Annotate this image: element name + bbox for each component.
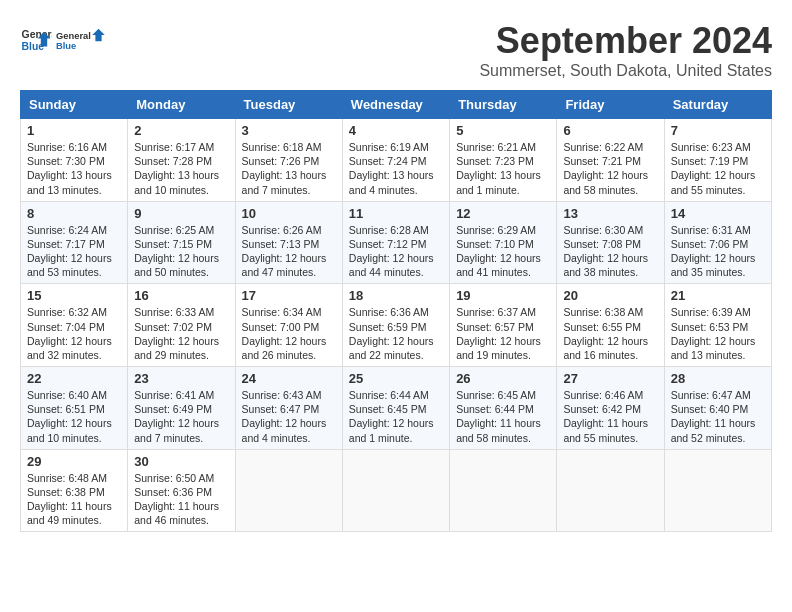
cell-text: Sunrise: 6:38 AM Sunset: 6:55 PM Dayligh… (563, 305, 657, 362)
day-number: 1 (27, 123, 121, 138)
cell-text: Sunrise: 6:18 AM Sunset: 7:26 PM Dayligh… (242, 140, 336, 197)
day-number: 24 (242, 371, 336, 386)
day-number: 2 (134, 123, 228, 138)
day-number: 4 (349, 123, 443, 138)
title-area: September 2024 Summerset, South Dakota, … (479, 20, 772, 80)
calendar-cell (450, 449, 557, 532)
cell-text: Sunrise: 6:23 AM Sunset: 7:19 PM Dayligh… (671, 140, 765, 197)
cell-text: Sunrise: 6:33 AM Sunset: 7:02 PM Dayligh… (134, 305, 228, 362)
cell-text: Sunrise: 6:43 AM Sunset: 6:47 PM Dayligh… (242, 388, 336, 445)
cell-text: Sunrise: 6:22 AM Sunset: 7:21 PM Dayligh… (563, 140, 657, 197)
cell-text: Sunrise: 6:24 AM Sunset: 7:17 PM Dayligh… (27, 223, 121, 280)
day-number: 14 (671, 206, 765, 221)
day-number: 3 (242, 123, 336, 138)
day-number: 20 (563, 288, 657, 303)
cell-text: Sunrise: 6:25 AM Sunset: 7:15 PM Dayligh… (134, 223, 228, 280)
day-number: 11 (349, 206, 443, 221)
svg-marker-5 (92, 29, 105, 42)
calendar-cell (557, 449, 664, 532)
day-number: 27 (563, 371, 657, 386)
cell-text: Sunrise: 6:39 AM Sunset: 6:53 PM Dayligh… (671, 305, 765, 362)
cell-text: Sunrise: 6:48 AM Sunset: 6:38 PM Dayligh… (27, 471, 121, 528)
month-title: September 2024 (479, 20, 772, 62)
calendar-cell: 17Sunrise: 6:34 AM Sunset: 7:00 PM Dayli… (235, 284, 342, 367)
header-sunday: Sunday (21, 91, 128, 119)
svg-text:General: General (56, 31, 91, 41)
header-tuesday: Tuesday (235, 91, 342, 119)
logo: General Blue General Blue (20, 20, 106, 60)
header-saturday: Saturday (664, 91, 771, 119)
cell-text: Sunrise: 6:21 AM Sunset: 7:23 PM Dayligh… (456, 140, 550, 197)
calendar-cell: 16Sunrise: 6:33 AM Sunset: 7:02 PM Dayli… (128, 284, 235, 367)
cell-text: Sunrise: 6:28 AM Sunset: 7:12 PM Dayligh… (349, 223, 443, 280)
calendar-cell: 23Sunrise: 6:41 AM Sunset: 6:49 PM Dayli… (128, 367, 235, 450)
cell-text: Sunrise: 6:17 AM Sunset: 7:28 PM Dayligh… (134, 140, 228, 197)
calendar-cell: 2Sunrise: 6:17 AM Sunset: 7:28 PM Daylig… (128, 119, 235, 202)
cell-text: Sunrise: 6:30 AM Sunset: 7:08 PM Dayligh… (563, 223, 657, 280)
day-number: 28 (671, 371, 765, 386)
day-number: 25 (349, 371, 443, 386)
cell-text: Sunrise: 6:36 AM Sunset: 6:59 PM Dayligh… (349, 305, 443, 362)
week-row-5: 29Sunrise: 6:48 AM Sunset: 6:38 PM Dayli… (21, 449, 772, 532)
calendar-table: SundayMondayTuesdayWednesdayThursdayFrid… (20, 90, 772, 532)
day-number: 29 (27, 454, 121, 469)
day-number: 7 (671, 123, 765, 138)
calendar-cell: 9Sunrise: 6:25 AM Sunset: 7:15 PM Daylig… (128, 201, 235, 284)
calendar-cell: 25Sunrise: 6:44 AM Sunset: 6:45 PM Dayli… (342, 367, 449, 450)
cell-text: Sunrise: 6:40 AM Sunset: 6:51 PM Dayligh… (27, 388, 121, 445)
calendar-cell: 14Sunrise: 6:31 AM Sunset: 7:06 PM Dayli… (664, 201, 771, 284)
day-number: 26 (456, 371, 550, 386)
day-number: 30 (134, 454, 228, 469)
day-number: 12 (456, 206, 550, 221)
calendar-cell: 20Sunrise: 6:38 AM Sunset: 6:55 PM Dayli… (557, 284, 664, 367)
cell-text: Sunrise: 6:31 AM Sunset: 7:06 PM Dayligh… (671, 223, 765, 280)
cell-text: Sunrise: 6:34 AM Sunset: 7:00 PM Dayligh… (242, 305, 336, 362)
header-wednesday: Wednesday (342, 91, 449, 119)
calendar-cell: 12Sunrise: 6:29 AM Sunset: 7:10 PM Dayli… (450, 201, 557, 284)
calendar-cell (235, 449, 342, 532)
day-number: 10 (242, 206, 336, 221)
header-thursday: Thursday (450, 91, 557, 119)
day-number: 5 (456, 123, 550, 138)
calendar-cell: 22Sunrise: 6:40 AM Sunset: 6:51 PM Dayli… (21, 367, 128, 450)
logo-icon: General Blue (20, 24, 52, 56)
day-number: 19 (456, 288, 550, 303)
cell-text: Sunrise: 6:19 AM Sunset: 7:24 PM Dayligh… (349, 140, 443, 197)
calendar-cell (664, 449, 771, 532)
calendar-cell: 24Sunrise: 6:43 AM Sunset: 6:47 PM Dayli… (235, 367, 342, 450)
day-number: 8 (27, 206, 121, 221)
day-number: 15 (27, 288, 121, 303)
day-number: 13 (563, 206, 657, 221)
calendar-cell (342, 449, 449, 532)
calendar-cell: 8Sunrise: 6:24 AM Sunset: 7:17 PM Daylig… (21, 201, 128, 284)
week-row-2: 8Sunrise: 6:24 AM Sunset: 7:17 PM Daylig… (21, 201, 772, 284)
day-number: 9 (134, 206, 228, 221)
svg-text:Blue: Blue (56, 41, 76, 51)
calendar-cell: 3Sunrise: 6:18 AM Sunset: 7:26 PM Daylig… (235, 119, 342, 202)
location-subtitle: Summerset, South Dakota, United States (479, 62, 772, 80)
page-header: General Blue General Blue September 2024… (20, 20, 772, 80)
calendar-cell: 21Sunrise: 6:39 AM Sunset: 6:53 PM Dayli… (664, 284, 771, 367)
logo-svg: General Blue (56, 20, 106, 60)
header-row: SundayMondayTuesdayWednesdayThursdayFrid… (21, 91, 772, 119)
calendar-cell: 5Sunrise: 6:21 AM Sunset: 7:23 PM Daylig… (450, 119, 557, 202)
calendar-cell: 18Sunrise: 6:36 AM Sunset: 6:59 PM Dayli… (342, 284, 449, 367)
calendar-cell: 7Sunrise: 6:23 AM Sunset: 7:19 PM Daylig… (664, 119, 771, 202)
cell-text: Sunrise: 6:41 AM Sunset: 6:49 PM Dayligh… (134, 388, 228, 445)
calendar-cell: 4Sunrise: 6:19 AM Sunset: 7:24 PM Daylig… (342, 119, 449, 202)
day-number: 23 (134, 371, 228, 386)
calendar-cell: 6Sunrise: 6:22 AM Sunset: 7:21 PM Daylig… (557, 119, 664, 202)
cell-text: Sunrise: 6:47 AM Sunset: 6:40 PM Dayligh… (671, 388, 765, 445)
cell-text: Sunrise: 6:45 AM Sunset: 6:44 PM Dayligh… (456, 388, 550, 445)
day-number: 21 (671, 288, 765, 303)
cell-text: Sunrise: 6:29 AM Sunset: 7:10 PM Dayligh… (456, 223, 550, 280)
calendar-cell: 30Sunrise: 6:50 AM Sunset: 6:36 PM Dayli… (128, 449, 235, 532)
calendar-cell: 26Sunrise: 6:45 AM Sunset: 6:44 PM Dayli… (450, 367, 557, 450)
day-number: 6 (563, 123, 657, 138)
week-row-4: 22Sunrise: 6:40 AM Sunset: 6:51 PM Dayli… (21, 367, 772, 450)
calendar-cell: 27Sunrise: 6:46 AM Sunset: 6:42 PM Dayli… (557, 367, 664, 450)
day-number: 16 (134, 288, 228, 303)
cell-text: Sunrise: 6:32 AM Sunset: 7:04 PM Dayligh… (27, 305, 121, 362)
cell-text: Sunrise: 6:26 AM Sunset: 7:13 PM Dayligh… (242, 223, 336, 280)
cell-text: Sunrise: 6:16 AM Sunset: 7:30 PM Dayligh… (27, 140, 121, 197)
